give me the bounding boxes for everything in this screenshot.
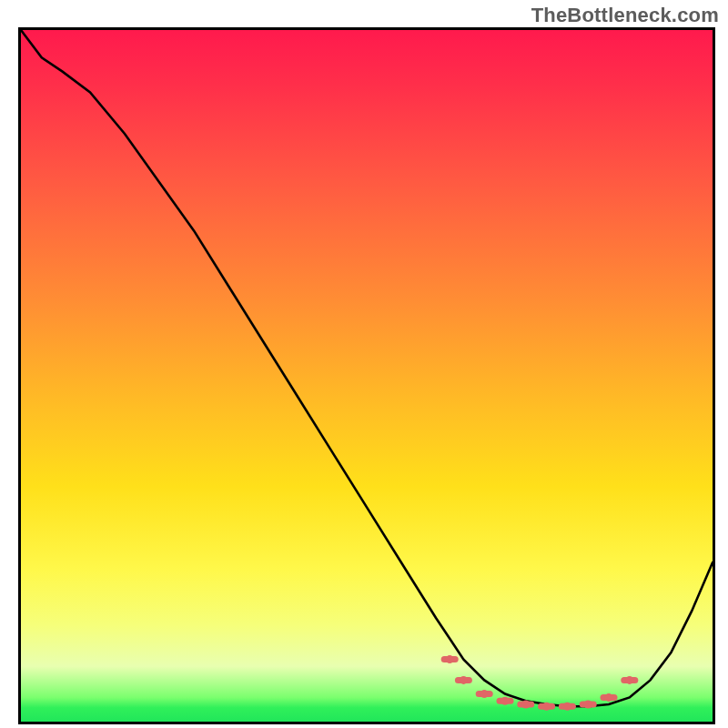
valley-marker-dot bbox=[563, 703, 571, 711]
attribution-label: TheBottleneck.com bbox=[531, 4, 719, 27]
valley-marker-dot bbox=[605, 693, 613, 702]
valley-marker-dot bbox=[446, 655, 454, 663]
bottleneck-curve bbox=[21, 30, 713, 722]
valley-marker-dot bbox=[625, 676, 633, 684]
valley-marker-dot bbox=[501, 697, 510, 705]
valley-marker-dot bbox=[521, 701, 530, 709]
curve-line bbox=[21, 30, 713, 706]
valley-marker-dot bbox=[542, 703, 551, 711]
valley-marker-dot bbox=[584, 701, 592, 709]
valley-marker-dot bbox=[460, 676, 468, 684]
chart-frame bbox=[18, 27, 715, 724]
valley-marker-dot bbox=[480, 690, 489, 698]
